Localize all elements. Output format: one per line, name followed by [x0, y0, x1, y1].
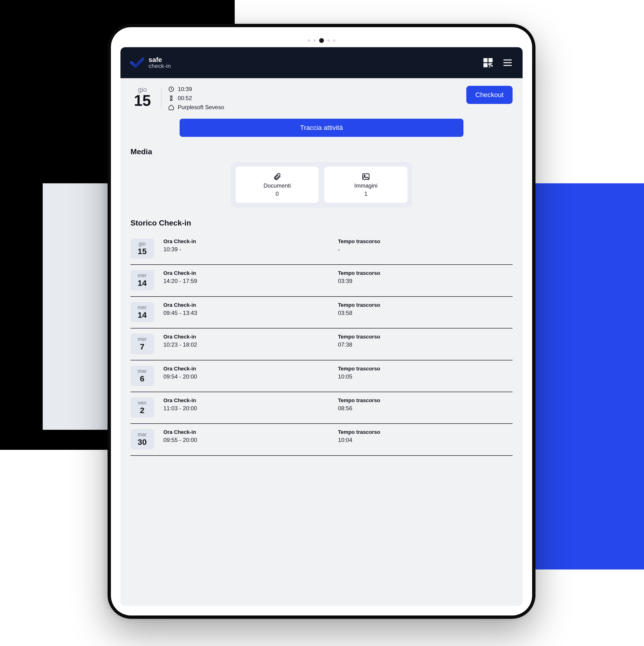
documents-card[interactable]: Documenti 0: [236, 167, 319, 203]
history-checkin-value: 10:39 -: [163, 246, 338, 253]
history-row[interactable]: mer 14 Ora Check-in 14:20 - 17:59 Tempo …: [130, 265, 513, 297]
history-date-chip: mer 7: [130, 334, 154, 354]
history-day: 14: [137, 311, 147, 319]
history-day: 15: [137, 247, 147, 256]
history-elapsed-label: Tempo trascorso: [338, 397, 513, 404]
summary-row: gio 15 10:39 00:52: [130, 86, 513, 111]
history-elapsed-value: 10:04: [338, 437, 513, 443]
attachment-icon: [273, 172, 281, 181]
history-elapsed-label: Tempo trascorso: [338, 270, 513, 276]
history-section-title: Storico Check-in: [130, 219, 513, 227]
image-icon: [362, 172, 370, 181]
svg-rect-4: [490, 60, 491, 61]
history-date-chip: mer 14: [130, 302, 154, 322]
history-checkin-label: Ora Check-in: [163, 238, 338, 244]
media-section-title: Media: [130, 147, 513, 156]
tablet-frame: safe check-in gio 15: [108, 24, 536, 619]
tablet-screen: safe check-in gio 15: [111, 27, 532, 616]
checkout-button[interactable]: Checkout: [466, 86, 513, 104]
history-checkin-value: 09:45 - 13:43: [163, 310, 338, 316]
brand-logo: safe check-in: [130, 56, 171, 70]
current-date: gio 15: [130, 86, 154, 108]
home-icon: [168, 104, 174, 110]
history-day: 30: [137, 438, 147, 446]
app-content: gio 15 10:39 00:52: [120, 78, 523, 606]
location-value: Purplesoft Seveso: [178, 104, 224, 111]
check-logo-icon: [130, 56, 144, 70]
history-checkin-value: 10:23 - 18:02: [163, 341, 338, 348]
divider: [161, 87, 162, 109]
history-day: 6: [140, 374, 145, 383]
history-checkin-label: Ora Check-in: [163, 334, 338, 340]
history-checkin-label: Ora Check-in: [163, 366, 338, 372]
history-elapsed-label: Tempo trascorso: [338, 429, 513, 435]
history-day: 2: [140, 406, 145, 415]
history-date-chip: mar 6: [130, 366, 154, 386]
history-elapsed-label: Tempo trascorso: [338, 334, 513, 340]
history-elapsed-value: 07:38: [338, 341, 513, 348]
history-weekday: mer: [137, 273, 147, 279]
history-list: gio 15 Ora Check-in 10:39 - Tempo trasco…: [130, 233, 513, 456]
history-row[interactable]: mar 6 Ora Check-in 09:54 - 20:00 Tempo t…: [130, 360, 513, 392]
history-checkin-value: 11:03 - 20:00: [163, 405, 338, 412]
history-elapsed-value: 08:56: [338, 405, 513, 412]
svg-point-11: [364, 175, 365, 177]
history-elapsed-label: Tempo trascorso: [338, 302, 513, 308]
clock-value: 10:39: [178, 86, 192, 93]
history-day: 14: [137, 279, 147, 288]
history-checkin-value: 09:54 - 20:00: [163, 373, 338, 380]
media-cards: Documenti 0 Immagini 1: [231, 162, 412, 208]
history-elapsed-value: -: [338, 246, 513, 253]
clock-icon: [168, 86, 174, 92]
current-day: 15: [134, 93, 151, 108]
history-row[interactable]: mer 7 Ora Check-in 10:23 - 18:02 Tempo t…: [130, 328, 513, 360]
history-row[interactable]: gio 15 Ora Check-in 10:39 - Tempo trasco…: [130, 233, 513, 265]
brand-line1: safe: [149, 57, 171, 63]
history-weekday: gio: [139, 241, 146, 247]
history-checkin-label: Ora Check-in: [163, 429, 338, 435]
images-label: Immagini: [354, 182, 377, 189]
history-checkin-label: Ora Check-in: [163, 302, 338, 308]
history-date-chip: mer 14: [130, 270, 154, 290]
history-row[interactable]: ven 2 Ora Check-in 11:03 - 20:00 Tempo t…: [130, 392, 513, 424]
history-elapsed-value: 03:58: [338, 310, 513, 316]
documents-label: Documenti: [264, 182, 291, 189]
history-weekday: mer: [137, 336, 147, 342]
qr-code-icon[interactable]: [482, 57, 493, 68]
history-weekday: mar: [137, 368, 147, 374]
tablet-notch: [120, 38, 523, 43]
history-weekday: ven: [138, 400, 146, 406]
history-weekday: mar: [137, 431, 147, 438]
history-checkin-value: 09:55 - 20:00: [163, 437, 338, 443]
history-date-chip: ven 2: [130, 397, 154, 418]
elapsed-value: 00:52: [178, 95, 192, 102]
svg-rect-5: [485, 65, 486, 66]
history-elapsed-label: Tempo trascorso: [338, 238, 513, 244]
history-day: 7: [140, 342, 145, 351]
history-date-chip: mar 30: [130, 429, 154, 449]
location-row: Purplesoft Seveso: [168, 104, 224, 111]
svg-rect-3: [485, 60, 486, 61]
history-row[interactable]: mar 30 Ora Check-in 09:55 - 20:00 Tempo …: [130, 424, 513, 455]
history-row[interactable]: mer 14 Ora Check-in 09:45 - 13:43 Tempo …: [130, 297, 513, 328]
history-elapsed-value: 10:05: [338, 373, 513, 380]
menu-icon[interactable]: [502, 57, 513, 68]
app-header: safe check-in: [120, 47, 523, 78]
history-checkin-value: 14:20 - 17:59: [163, 278, 338, 285]
history-date-chip: gio 15: [130, 238, 154, 259]
track-activity-button[interactable]: Traccia attività: [180, 119, 463, 137]
history-elapsed-value: 03:39: [338, 278, 513, 285]
brand-line2: check-in: [149, 63, 171, 69]
documents-count: 0: [275, 191, 279, 197]
history-elapsed-label: Tempo trascorso: [338, 366, 513, 372]
elapsed-row: 00:52: [168, 95, 224, 102]
clock-row: 10:39: [168, 86, 224, 93]
history-weekday: mer: [137, 304, 147, 311]
history-checkin-label: Ora Check-in: [163, 270, 338, 276]
history-checkin-label: Ora Check-in: [163, 397, 338, 404]
images-card[interactable]: Immagini 1: [325, 167, 407, 203]
images-count: 1: [364, 191, 367, 197]
hourglass-icon: [168, 95, 174, 101]
